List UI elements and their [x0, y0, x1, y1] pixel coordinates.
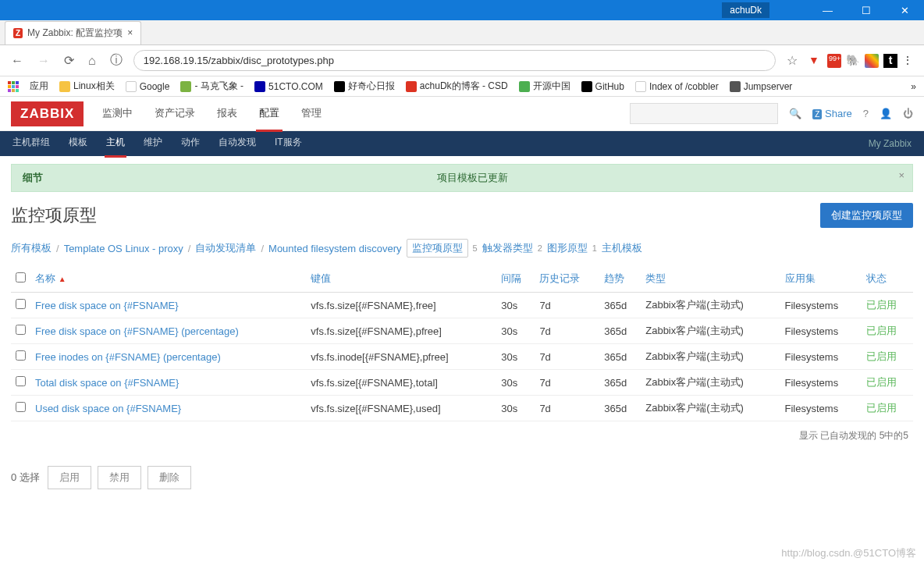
extension-icons: ▼ 99+ 🐘 t ⋮ — [808, 54, 916, 68]
top-nav-item[interactable]: 配置 — [256, 97, 283, 132]
reload-icon[interactable]: ⟳ — [61, 52, 77, 69]
breadcrumb-item[interactable]: 所有模板 — [11, 241, 52, 255]
sub-nav-item[interactable]: IT服务 — [273, 130, 304, 158]
item-name-link[interactable]: Free disk space on {#FSNAME} — [35, 300, 179, 311]
bookmarks-label: 应用 — [30, 80, 48, 93]
alert-success: 细节 项目模板已更新 × — [11, 164, 913, 192]
url-input[interactable] — [133, 50, 776, 71]
bookmarks-overflow-icon[interactable]: » — [911, 81, 916, 92]
page-header: 监控项原型 创建监控项原型 — [11, 203, 913, 228]
item-name-link[interactable]: Free inodes on {#FSNAME} (percentage) — [35, 351, 221, 363]
bookmark-item[interactable]: Jumpserver — [730, 80, 793, 93]
page-title: 监控项原型 — [11, 204, 97, 227]
row-checkbox[interactable] — [16, 299, 26, 309]
bookmark-item[interactable]: Index of /cobbler — [635, 80, 719, 93]
minimize-icon[interactable]: — — [823, 5, 833, 16]
alert-title: 细节 — [23, 171, 43, 185]
maximize-icon[interactable]: ☐ — [862, 5, 872, 16]
breadcrumb-item[interactable]: Mounted filesystem discovery — [268, 243, 402, 254]
row-checkbox[interactable] — [16, 402, 26, 412]
breadcrumb-item[interactable]: 自动发现清单 — [195, 241, 256, 255]
sub-nav-item[interactable]: 自动发现 — [217, 130, 258, 158]
breadcrumb-item[interactable]: 触发器类型 — [482, 241, 533, 255]
bookmark-item[interactable]: achuDk的博客 - CSD — [406, 80, 508, 93]
share-button[interactable]: Z Share — [812, 108, 851, 119]
status-link[interactable]: 已启用 — [866, 402, 897, 414]
top-nav-item[interactable]: 报表 — [214, 97, 240, 131]
ext-icon[interactable]: t — [883, 54, 897, 68]
info-icon[interactable]: ⓘ — [107, 51, 126, 70]
window-user: achuDk — [722, 2, 769, 18]
bookmark-item[interactable]: 51CTO.COM — [254, 80, 323, 93]
tab-close-icon[interactable]: × — [127, 27, 133, 38]
sub-nav-item[interactable]: 动作 — [179, 130, 201, 158]
zabbix-logo[interactable]: ZABBIX — [11, 101, 84, 126]
status-link[interactable]: 已启用 — [866, 325, 897, 336]
apps-icon[interactable] — [8, 81, 19, 92]
bookmark-item[interactable]: GitHub — [581, 80, 624, 93]
table-header[interactable]: 趋势 — [599, 265, 641, 293]
home-icon[interactable]: ⌂ — [85, 52, 99, 69]
bookmark-item[interactable]: Google — [126, 80, 170, 93]
ext-icon[interactable] — [865, 54, 879, 68]
search-input[interactable] — [630, 103, 778, 124]
alert-close-icon[interactable]: × — [898, 169, 904, 181]
power-icon[interactable]: ⏻ — [903, 108, 913, 119]
breadcrumb-item[interactable]: 监控项原型 — [407, 239, 468, 258]
top-nav-item[interactable]: 监测中 — [99, 97, 136, 131]
close-icon[interactable]: ✕ — [901, 5, 912, 16]
bulk-button[interactable]: 启用 — [48, 466, 91, 489]
row-checkbox[interactable] — [16, 325, 26, 335]
status-link[interactable]: 已启用 — [866, 350, 897, 362]
top-nav-item[interactable]: 管理 — [298, 97, 325, 131]
bookmark-item[interactable]: 开源中国 — [519, 80, 570, 93]
ext-icon[interactable]: 🐘 — [846, 54, 860, 68]
table-header[interactable]: 类型 — [641, 265, 780, 293]
table-footer: 显示 已自动发现的 5中的5 — [11, 421, 913, 450]
sub-nav-item[interactable]: 维护 — [142, 130, 164, 158]
item-name-link[interactable]: Used disk space on {#FSNAME} — [35, 403, 181, 414]
breadcrumb-item[interactable]: 图形原型 — [547, 241, 588, 255]
table-header[interactable]: 间隔 — [496, 265, 535, 293]
sub-nav-item[interactable]: 主机群组 — [11, 130, 52, 158]
selected-count: 0 选择 — [11, 471, 40, 485]
item-name-link[interactable]: Free disk space on {#FSNAME} (percentage… — [35, 325, 239, 337]
zabbix-header: ZABBIX 监测中资产记录报表配置管理 🔍 Z Share ? 👤 ⏻ — [0, 97, 924, 131]
menu-icon[interactable]: ⋮ — [902, 54, 916, 68]
create-button[interactable]: 创建监控项原型 — [820, 203, 913, 228]
select-all-checkbox[interactable] — [16, 272, 26, 282]
bookmark-item[interactable]: 好奇心日报 — [334, 80, 395, 93]
zabbix-top-nav: 监测中资产记录报表配置管理 — [99, 97, 325, 131]
bulk-button[interactable]: 删除 — [147, 466, 191, 489]
user-icon[interactable]: 👤 — [880, 108, 892, 119]
table-header[interactable]: 键值 — [306, 265, 496, 293]
back-icon[interactable]: ← — [8, 52, 27, 69]
bookmark-item[interactable]: Linux相关 — [59, 80, 115, 93]
row-checkbox[interactable] — [16, 376, 26, 386]
alert-message: 项目模板已更新 — [23, 171, 901, 185]
sub-nav-item[interactable]: 模板 — [67, 130, 89, 158]
browser-tab[interactable]: Z My Zabbix: 配置监控项 × — [5, 21, 141, 44]
breadcrumb-item[interactable]: Template OS Linux - proxy — [64, 243, 183, 254]
top-nav-item[interactable]: 资产记录 — [151, 97, 198, 131]
table-header[interactable]: 应用集 — [780, 265, 862, 293]
search-icon[interactable]: 🔍 — [789, 108, 801, 119]
row-checkbox[interactable] — [16, 350, 26, 361]
table-header[interactable]: 历史记录 — [535, 265, 599, 293]
subnav-right[interactable]: My Zabbix — [867, 132, 913, 155]
table-header[interactable]: 状态 — [862, 265, 913, 293]
status-link[interactable]: 已启用 — [866, 376, 897, 388]
bulk-button[interactable]: 禁用 — [98, 466, 141, 489]
breadcrumb-item[interactable]: 主机模板 — [602, 241, 642, 255]
table-row: Total disk space on {#FSNAME} vfs.fs.siz… — [11, 370, 913, 396]
item-name-link[interactable]: Total disk space on {#FSNAME} — [35, 377, 179, 389]
help-icon[interactable]: ? — [863, 108, 869, 119]
table-header[interactable]: 名称 ▲ — [30, 265, 306, 293]
ext-icon[interactable]: 99+ — [827, 54, 841, 68]
forward-icon[interactable]: → — [34, 52, 53, 69]
star-icon[interactable]: ☆ — [784, 52, 801, 69]
sub-nav-item[interactable]: 主机 — [105, 130, 126, 158]
status-link[interactable]: 已启用 — [866, 299, 897, 311]
ext-icon[interactable]: ▼ — [808, 54, 823, 68]
bookmark-item[interactable]: - 马克飞象 - — [180, 80, 243, 93]
